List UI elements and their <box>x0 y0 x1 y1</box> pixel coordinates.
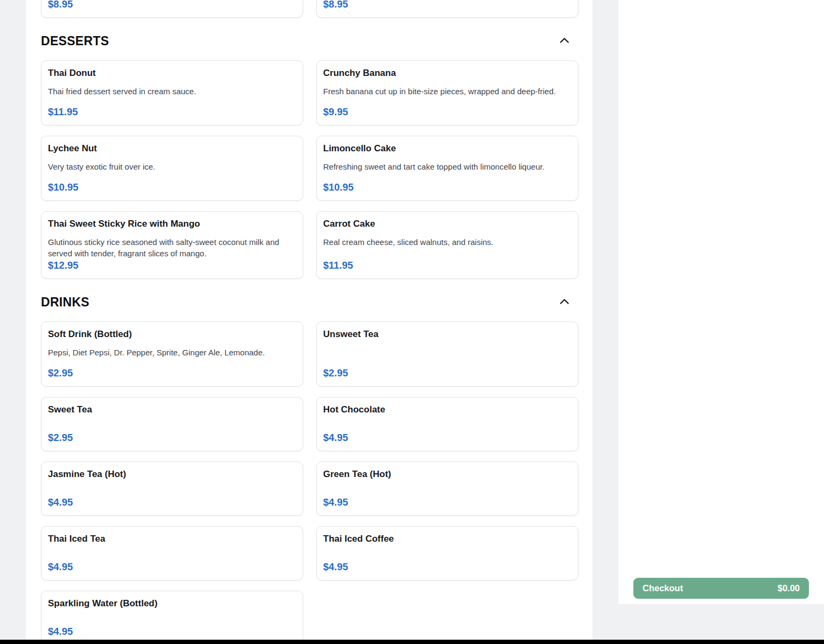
section-header: DRINKS <box>41 295 578 309</box>
item-description: Thai fried dessert served in cream sauce… <box>48 86 296 97</box>
menu-item-card[interactable]: Green Tea (Hot) $4.95 <box>316 461 578 516</box>
section-grid: Soft Drink (Bottled) Pepsi, Diet Pepsi, … <box>41 321 578 640</box>
menu-item-card[interactable]: Lychee Nut Very tasty exotic fruit over … <box>41 136 303 201</box>
menu-item-card[interactable]: Crunchy Banana Fresh banana cut up in bi… <box>316 60 578 125</box>
item-price: $11.95 <box>323 259 571 272</box>
menu-item-card[interactable]: Unsweet Tea $2.95 <box>316 321 578 387</box>
item-price: $11.95 <box>48 106 296 118</box>
bottom-bar <box>0 640 824 644</box>
item-price: $4.95 <box>48 625 296 638</box>
menu-item-card[interactable]: Sweet Tea $2.95 <box>41 397 303 451</box>
sections: DESSERTS Thai Donut Thai fried dessert s… <box>41 34 578 640</box>
item-price: $2.95 <box>48 431 296 444</box>
item-description: Real cream cheese, sliced walnuts, and r… <box>323 236 571 248</box>
menu-item-card[interactable]: Jasmine Tea (Hot) $4.95 <box>41 461 303 516</box>
partial-grid: $8.95 $8.95 <box>41 0 578 18</box>
menu-item-card-partial[interactable]: $8.95 <box>41 0 303 18</box>
item-name: Soft Drink (Bottled) <box>48 328 296 340</box>
menu-item-card[interactable]: Thai Sweet Sticky Rice with Mango Glutin… <box>41 211 303 279</box>
cart-panel: Checkout $0.00 <box>618 0 824 604</box>
item-price: $4.95 <box>48 561 296 573</box>
section-title: DRINKS <box>41 295 89 309</box>
item-description: Fresh banana cut up in bite-size pieces,… <box>323 86 571 97</box>
item-price: $12.95 <box>48 259 296 272</box>
chevron-up-icon <box>560 37 569 45</box>
item-name: Sweet Tea <box>48 404 296 416</box>
item-description: Very tasty exotic fruit over ice. <box>48 161 296 172</box>
chevron-up-icon <box>560 298 569 306</box>
item-name: Thai Iced Coffee <box>323 533 571 545</box>
menu-item-card[interactable]: Soft Drink (Bottled) Pepsi, Diet Pepsi, … <box>41 321 303 387</box>
item-description: Refreshing sweet and tart cake topped wi… <box>323 161 571 172</box>
menu-section: DESSERTS Thai Donut Thai fried dessert s… <box>41 34 578 279</box>
menu-section: DRINKS Soft Drink (Bottled) Pepsi, Diet … <box>41 295 578 640</box>
item-price: $2.95 <box>48 367 296 380</box>
item-name: Thai Sweet Sticky Rice with Mango <box>48 218 296 230</box>
menu-item-card-partial[interactable]: $8.95 <box>316 0 578 18</box>
menu-item-card[interactable]: Carrot Cake Real cream cheese, sliced wa… <box>316 211 578 279</box>
item-price: $10.95 <box>48 181 296 194</box>
item-name: Unsweet Tea <box>323 328 571 340</box>
item-name: Thai Iced Tea <box>48 533 296 545</box>
collapse-section-button[interactable] <box>558 296 571 309</box>
item-name: Lychee Nut <box>48 143 296 155</box>
item-name: Sparkling Water (Bottled) <box>48 598 296 610</box>
item-name: Green Tea (Hot) <box>323 468 571 480</box>
item-price: $10.95 <box>323 181 571 194</box>
item-price: $8.95 <box>48 0 296 11</box>
item-name: Carrot Cake <box>323 218 571 230</box>
cart-total: $0.00 <box>778 583 800 593</box>
item-name: Crunchy Banana <box>323 67 571 79</box>
menu-item-card[interactable]: Sparkling Water (Bottled) $4.95 <box>41 591 303 640</box>
item-name: Thai Donut <box>48 67 296 79</box>
item-name: Jasmine Tea (Hot) <box>48 468 296 480</box>
checkout-button[interactable]: Checkout $0.00 <box>633 578 809 599</box>
item-price: $2.95 <box>323 367 571 380</box>
item-price: $8.95 <box>323 0 571 11</box>
item-price: $4.95 <box>323 496 571 509</box>
section-grid: Thai Donut Thai fried dessert served in … <box>41 60 578 279</box>
item-price: $9.95 <box>323 106 571 118</box>
item-name: Limoncello Cake <box>323 143 571 155</box>
menu-item-card[interactable]: Thai Donut Thai fried dessert served in … <box>41 60 303 125</box>
item-price: $4.95 <box>48 496 296 509</box>
menu-item-card[interactable]: Thai Iced Coffee $4.95 <box>316 526 578 580</box>
item-name: Hot Chocolate <box>323 404 571 416</box>
menu-item-card[interactable]: Thai Iced Tea $4.95 <box>41 526 303 580</box>
checkout-label: Checkout <box>643 583 683 593</box>
item-description: Pepsi, Diet Pepsi, Dr. Pepper, Sprite, G… <box>48 347 296 358</box>
menu-item-card[interactable]: Hot Chocolate $4.95 <box>316 397 578 451</box>
section-header: DESSERTS <box>41 34 578 48</box>
menu-panel: $8.95 $8.95 DESSERTS Thai Donut Thai fri… <box>26 0 592 640</box>
section-title: DESSERTS <box>41 34 109 48</box>
item-price: $4.95 <box>323 431 571 444</box>
item-price: $4.95 <box>323 561 571 573</box>
collapse-section-button[interactable] <box>558 34 571 47</box>
menu-item-card[interactable]: Limoncello Cake Refreshing sweet and tar… <box>316 136 578 201</box>
item-description: Glutinous sticky rice seasoned with salt… <box>48 236 296 259</box>
